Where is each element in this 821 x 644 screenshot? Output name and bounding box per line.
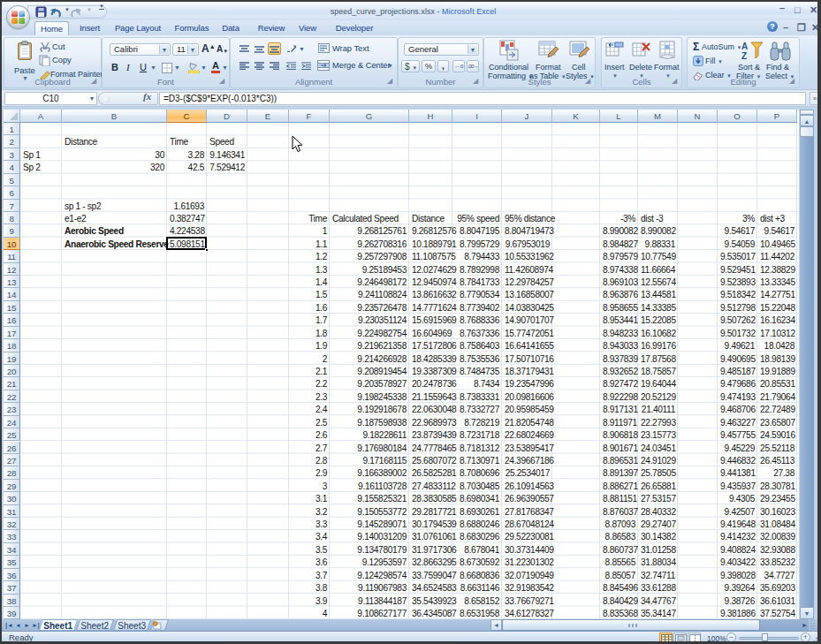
- svg-text:A: A: [741, 42, 748, 51]
- svg-text:Z: Z: [741, 51, 747, 61]
